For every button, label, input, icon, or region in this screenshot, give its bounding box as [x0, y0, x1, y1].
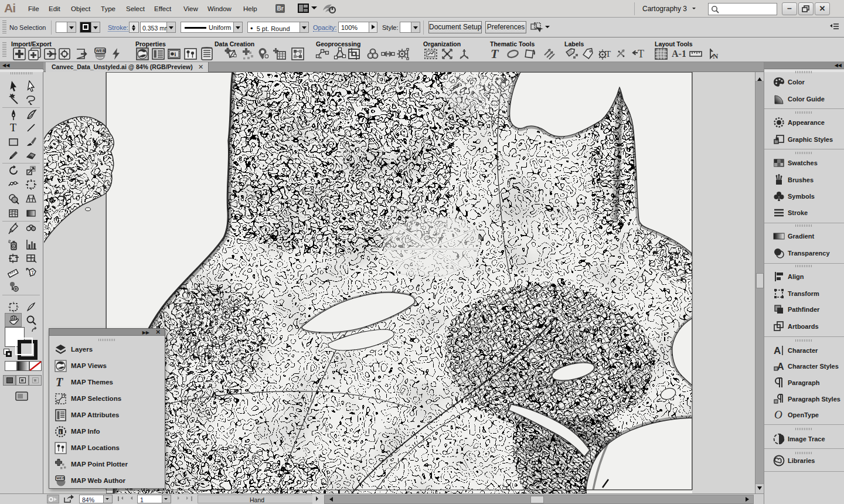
svg-text:WEB: WEB [56, 476, 65, 480]
svg-text:A: A [777, 362, 784, 372]
svg-text:T: T [491, 47, 499, 61]
svg-text:T: T [31, 270, 35, 275]
svg-text:N: N [713, 52, 719, 60]
svg-text:A-1: A-1 [672, 49, 686, 59]
svg-text:T: T [56, 376, 63, 389]
svg-text:i: i [175, 51, 176, 57]
svg-text:WEB: WEB [96, 49, 106, 53]
svg-text:T: T [638, 48, 644, 60]
svg-text:A: A [774, 345, 781, 356]
svg-text:O: O [774, 408, 782, 421]
svg-text:T: T [10, 122, 16, 134]
svg-text:T: T [605, 49, 611, 59]
